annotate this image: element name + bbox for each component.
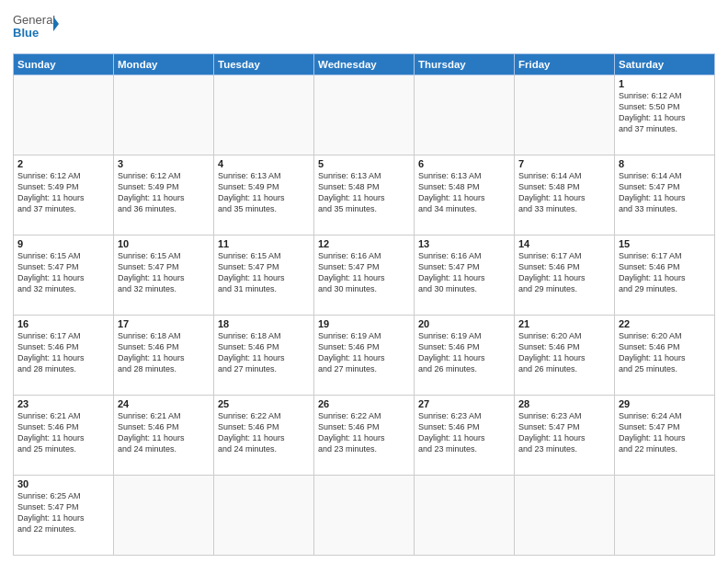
day-info: Sunrise: 6:13 AM Sunset: 5:48 PM Dayligh… (418, 170, 510, 215)
calendar-cell: 22Sunrise: 6:20 AM Sunset: 5:46 PM Dayli… (615, 316, 715, 396)
calendar-cell: 29Sunrise: 6:24 AM Sunset: 5:47 PM Dayli… (615, 396, 715, 476)
day-info: Sunrise: 6:17 AM Sunset: 5:46 PM Dayligh… (518, 250, 610, 295)
calendar-cell: 9Sunrise: 6:15 AM Sunset: 5:47 PM Daylig… (14, 236, 114, 316)
day-number: 15 (619, 238, 711, 249)
day-info: Sunrise: 6:13 AM Sunset: 5:49 PM Dayligh… (218, 170, 310, 215)
weekday-header-thursday: Thursday (415, 54, 515, 75)
day-info: Sunrise: 6:20 AM Sunset: 5:46 PM Dayligh… (518, 330, 610, 375)
calendar-cell (415, 75, 515, 155)
day-info: Sunrise: 6:19 AM Sunset: 5:46 PM Dayligh… (418, 330, 510, 375)
calendar-cell (114, 75, 214, 155)
calendar-cell: 15Sunrise: 6:17 AM Sunset: 5:46 PM Dayli… (615, 236, 715, 316)
day-info: Sunrise: 6:15 AM Sunset: 5:47 PM Dayligh… (218, 250, 310, 295)
svg-marker-2 (53, 17, 59, 31)
calendar-cell (515, 75, 615, 155)
calendar-cell: 21Sunrise: 6:20 AM Sunset: 5:46 PM Dayli… (515, 316, 615, 396)
week-row-2: 2Sunrise: 6:12 AM Sunset: 5:49 PM Daylig… (14, 155, 715, 236)
day-info: Sunrise: 6:14 AM Sunset: 5:48 PM Dayligh… (518, 170, 610, 215)
weekday-header-row: SundayMondayTuesdayWednesdayThursdayFrid… (14, 54, 715, 75)
day-info: Sunrise: 6:18 AM Sunset: 5:46 PM Dayligh… (218, 330, 310, 375)
day-number: 20 (418, 318, 510, 329)
calendar-cell: 11Sunrise: 6:15 AM Sunset: 5:47 PM Dayli… (214, 236, 314, 316)
calendar-cell: 7Sunrise: 6:14 AM Sunset: 5:48 PM Daylig… (515, 155, 615, 236)
day-info: Sunrise: 6:21 AM Sunset: 5:46 PM Dayligh… (17, 410, 109, 455)
day-number: 11 (218, 238, 310, 249)
svg-text:Blue: Blue (13, 26, 39, 40)
day-info: Sunrise: 6:16 AM Sunset: 5:47 PM Dayligh… (318, 250, 410, 295)
week-row-4: 16Sunrise: 6:17 AM Sunset: 5:46 PM Dayli… (14, 316, 715, 396)
day-number: 5 (318, 158, 410, 169)
day-number: 13 (418, 238, 510, 249)
calendar-cell: 16Sunrise: 6:17 AM Sunset: 5:46 PM Dayli… (14, 316, 114, 396)
day-number: 19 (318, 318, 410, 329)
week-row-1: 1Sunrise: 6:12 AM Sunset: 5:50 PM Daylig… (14, 75, 715, 155)
weekday-header-wednesday: Wednesday (314, 54, 415, 75)
day-number: 25 (218, 398, 310, 409)
day-number: 26 (318, 398, 410, 409)
page-header: General Blue (13, 9, 715, 48)
day-info: Sunrise: 6:12 AM Sunset: 5:49 PM Dayligh… (17, 170, 109, 215)
weekday-header-sunday: Sunday (14, 54, 114, 75)
day-number: 18 (218, 318, 310, 329)
day-number: 2 (17, 158, 109, 169)
calendar-cell: 5Sunrise: 6:13 AM Sunset: 5:48 PM Daylig… (314, 155, 415, 236)
day-number: 7 (518, 158, 610, 169)
day-number: 21 (518, 318, 610, 329)
weekday-header-monday: Monday (114, 54, 214, 75)
logo-svg: General Blue (13, 9, 59, 48)
week-row-3: 9Sunrise: 6:15 AM Sunset: 5:47 PM Daylig… (14, 236, 715, 316)
calendar-cell: 28Sunrise: 6:23 AM Sunset: 5:47 PM Dayli… (515, 396, 615, 476)
calendar-cell: 25Sunrise: 6:22 AM Sunset: 5:46 PM Dayli… (214, 396, 314, 476)
svg-text:General: General (13, 13, 55, 27)
calendar-cell: 27Sunrise: 6:23 AM Sunset: 5:46 PM Dayli… (415, 396, 515, 476)
calendar-cell (415, 476, 515, 556)
day-info: Sunrise: 6:19 AM Sunset: 5:46 PM Dayligh… (318, 330, 410, 375)
week-row-5: 23Sunrise: 6:21 AM Sunset: 5:46 PM Dayli… (14, 396, 715, 476)
calendar-cell (615, 476, 715, 556)
day-number: 1 (619, 78, 711, 89)
day-number: 9 (17, 238, 109, 249)
calendar-cell: 24Sunrise: 6:21 AM Sunset: 5:46 PM Dayli… (114, 396, 214, 476)
day-number: 12 (318, 238, 410, 249)
day-info: Sunrise: 6:16 AM Sunset: 5:47 PM Dayligh… (418, 250, 510, 295)
day-number: 6 (418, 158, 510, 169)
day-number: 23 (17, 398, 109, 409)
calendar-cell: 19Sunrise: 6:19 AM Sunset: 5:46 PM Dayli… (314, 316, 415, 396)
calendar-cell: 18Sunrise: 6:18 AM Sunset: 5:46 PM Dayli… (214, 316, 314, 396)
calendar-cell: 8Sunrise: 6:14 AM Sunset: 5:47 PM Daylig… (615, 155, 715, 236)
day-number: 28 (518, 398, 610, 409)
day-number: 3 (118, 158, 210, 169)
weekday-header-saturday: Saturday (615, 54, 715, 75)
calendar-cell: 10Sunrise: 6:15 AM Sunset: 5:47 PM Dayli… (114, 236, 214, 316)
day-number: 16 (17, 318, 109, 329)
calendar-cell: 6Sunrise: 6:13 AM Sunset: 5:48 PM Daylig… (415, 155, 515, 236)
day-info: Sunrise: 6:25 AM Sunset: 5:47 PM Dayligh… (17, 490, 109, 535)
day-number: 27 (418, 398, 510, 409)
day-info: Sunrise: 6:15 AM Sunset: 5:47 PM Dayligh… (118, 250, 210, 295)
day-number: 8 (619, 158, 711, 169)
calendar-cell: 2Sunrise: 6:12 AM Sunset: 5:49 PM Daylig… (14, 155, 114, 236)
day-info: Sunrise: 6:14 AM Sunset: 5:47 PM Dayligh… (619, 170, 711, 215)
day-number: 4 (218, 158, 310, 169)
weekday-header-tuesday: Tuesday (214, 54, 314, 75)
day-number: 22 (619, 318, 711, 329)
calendar-cell (214, 476, 314, 556)
calendar-cell (214, 75, 314, 155)
day-info: Sunrise: 6:18 AM Sunset: 5:46 PM Dayligh… (118, 330, 210, 375)
day-info: Sunrise: 6:22 AM Sunset: 5:46 PM Dayligh… (318, 410, 410, 455)
day-number: 30 (17, 478, 109, 489)
day-number: 10 (118, 238, 210, 249)
calendar-cell: 30Sunrise: 6:25 AM Sunset: 5:47 PM Dayli… (14, 476, 114, 556)
calendar-cell: 26Sunrise: 6:22 AM Sunset: 5:46 PM Dayli… (314, 396, 415, 476)
day-info: Sunrise: 6:23 AM Sunset: 5:46 PM Dayligh… (418, 410, 510, 455)
day-info: Sunrise: 6:12 AM Sunset: 5:50 PM Dayligh… (619, 90, 711, 135)
day-info: Sunrise: 6:20 AM Sunset: 5:46 PM Dayligh… (619, 330, 711, 375)
day-info: Sunrise: 6:23 AM Sunset: 5:47 PM Dayligh… (518, 410, 610, 455)
day-info: Sunrise: 6:15 AM Sunset: 5:47 PM Dayligh… (17, 250, 109, 295)
calendar-cell: 14Sunrise: 6:17 AM Sunset: 5:46 PM Dayli… (515, 236, 615, 316)
calendar-cell: 12Sunrise: 6:16 AM Sunset: 5:47 PM Dayli… (314, 236, 415, 316)
day-info: Sunrise: 6:12 AM Sunset: 5:49 PM Dayligh… (118, 170, 210, 215)
weekday-header-friday: Friday (515, 54, 615, 75)
logo: General Blue (13, 9, 59, 48)
day-info: Sunrise: 6:13 AM Sunset: 5:48 PM Dayligh… (318, 170, 410, 215)
